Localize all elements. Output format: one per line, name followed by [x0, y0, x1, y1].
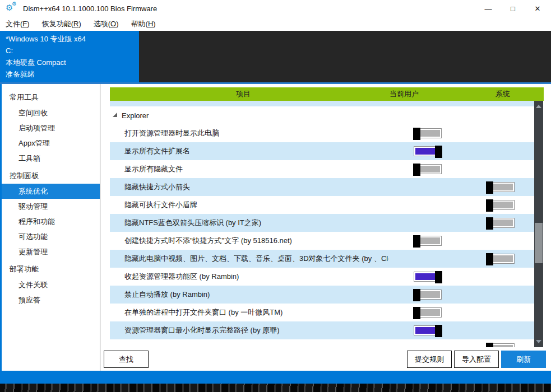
arrow-up-icon [536, 105, 541, 108]
menu-item-f[interactable]: 文件(F) [6, 19, 30, 29]
minimize-button[interactable]: — [484, 4, 493, 13]
setting-label: 隐藏NTFS蓝色双箭头压缩标识 (by IT之家) [110, 218, 388, 228]
system-cell [467, 182, 534, 192]
info-header: *Windows 10 专业版 x64 C: 本地硬盘 Compact 准备就绪 [0, 31, 551, 82]
settings-row[interactable]: 打开资源管理器时显示此电脑 [110, 124, 534, 142]
menubar: 文件(F)恢复功能(R)选项(O)帮助(H) [0, 17, 551, 31]
toggle-current-user-off[interactable] [414, 307, 442, 318]
sidebar-item[interactable]: 启动项管理 [2, 120, 100, 136]
group-label: Explorer [122, 111, 149, 120]
toggle-current-user-off[interactable] [414, 236, 442, 246]
info-drive-line: C: [6, 45, 139, 57]
current-user-cell [388, 128, 467, 138]
system-cell [467, 339, 534, 347]
toggle-current-user-on[interactable] [414, 272, 442, 282]
system-cell [467, 218, 534, 228]
setting-label: 隐藏此电脑中视频、图片、文档、下载、音乐、桌面、3D对象七个文件夹 (by 、C… [110, 254, 388, 264]
partial-row-bottom[interactable] [110, 339, 534, 347]
current-user-cell [388, 290, 467, 300]
toggle-system-off[interactable] [487, 254, 515, 264]
column-header-system: 系统 [496, 87, 510, 101]
toggle-current-user-off[interactable] [414, 128, 442, 138]
settings-row[interactable]: 隐藏此电脑中视频、图片、文档、下载、音乐、桌面、3D对象七个文件夹 (by 、C… [110, 250, 534, 268]
submit-rules-button[interactable]: 提交规则 [407, 351, 452, 368]
sidebar-item[interactable]: 空间回收 [2, 105, 100, 120]
info-os-line: *Windows 10 专业版 x64 [6, 33, 139, 45]
desktop-wallpaper [0, 384, 551, 392]
button-bar: 查找 提交规则 导入配置 刷新 [101, 351, 551, 368]
settings-row[interactable]: 隐藏快捷方式小箭头 [110, 178, 534, 196]
setting-label: 隐藏快捷方式小箭头 [110, 182, 388, 192]
settings-row[interactable]: 创建快捷方式时不添"快捷方式"文字 (by 518516.net) [110, 232, 534, 250]
toggle-system-off[interactable] [487, 200, 515, 210]
settings-row[interactable]: 显示所有文件扩展名 [110, 142, 534, 160]
close-button[interactable]: ✕ [533, 4, 542, 13]
sidebar-item[interactable]: 文件关联 [2, 277, 100, 292]
settings-row[interactable]: 隐藏可执行文件小盾牌 [110, 196, 534, 214]
info-status-line: 准备就绪 [6, 68, 139, 80]
titlebar: ⚙⚙ Dism++x64 10.1.1000.100 Bios Firmware… [0, 0, 551, 17]
current-user-cell [388, 307, 467, 318]
sidebar-item[interactable]: 预应答 [2, 292, 100, 307]
import-config-button[interactable]: 导入配置 [454, 351, 499, 368]
table-header: 项目 当前用户 系统 [110, 87, 544, 101]
sidebar-group-label: 控制面板 [2, 168, 100, 184]
content-area: 常用工具空间回收启动项管理Appx管理工具箱控制面板系统优化驱动管理程序和功能可… [0, 84, 551, 371]
scroll-down-button[interactable] [534, 337, 543, 346]
setting-label: 资源管理器窗口最小化时显示完整路径 (by 原罪) [110, 325, 388, 335]
sidebar: 常用工具空间回收启动项管理Appx管理工具箱控制面板系统优化驱动管理程序和功能可… [2, 84, 100, 371]
maximize-button[interactable]: □ [508, 4, 517, 13]
sidebar-item[interactable]: Appx管理 [2, 136, 100, 151]
sidebar-group-label: 常用工具 [2, 90, 100, 105]
system-cell [467, 200, 534, 210]
settings-row[interactable]: 显示所有隐藏文件 [110, 160, 534, 178]
find-button[interactable]: 查找 [104, 351, 149, 368]
toggle-current-user-on[interactable] [414, 146, 442, 156]
column-header-current-user: 当前用户 [390, 87, 419, 101]
settings-row[interactable]: 资源管理器窗口最小化时显示完整路径 (by 原罪) [110, 321, 534, 339]
column-header-item: 项目 [236, 87, 251, 101]
refresh-button[interactable]: 刷新 [501, 351, 546, 368]
sidebar-item[interactable]: 可选功能 [2, 229, 100, 244]
window-title: Dism++x64 10.1.1000.100 Bios Firmware [23, 4, 157, 13]
setting-label: 在单独的进程中打开文件夹窗口 (by 一叶微风TM) [110, 307, 388, 318]
settings-row[interactable]: 隐藏NTFS蓝色双箭头压缩标识 (by IT之家) [110, 214, 534, 232]
toggle-current-user-off[interactable] [414, 290, 442, 300]
setting-label: 创建快捷方式时不添"快捷方式"文字 (by 518516.net) [110, 236, 388, 246]
arrow-down-icon [536, 340, 541, 343]
toggle-current-user-on[interactable] [414, 325, 442, 335]
sidebar-group-label: 部署功能 [2, 262, 100, 277]
setting-label: 打开资源管理器时显示此电脑 [110, 128, 388, 138]
menu-item-r[interactable]: 恢复功能(R) [42, 19, 81, 29]
sidebar-item[interactable]: 工具箱 [2, 151, 100, 166]
menu-item-h[interactable]: 帮助(H) [131, 19, 156, 29]
sidebar-item[interactable]: 程序和功能 [2, 214, 100, 229]
sidebar-item[interactable]: 驱动管理 [2, 199, 100, 214]
current-user-cell [388, 272, 467, 282]
scrollbar-thumb[interactable] [535, 223, 543, 263]
settings-list: Explorer打开资源管理器时显示此电脑显示所有文件扩展名显示所有隐藏文件隐藏… [110, 101, 534, 347]
menu-item-o[interactable]: 选项(O) [94, 19, 119, 29]
scrollbar[interactable] [534, 101, 543, 347]
group-row-explorer[interactable]: Explorer [110, 106, 534, 124]
target-image-panel[interactable]: *Windows 10 专业版 x64 C: 本地硬盘 Compact 准备就绪 [0, 31, 139, 82]
current-user-cell [388, 146, 467, 156]
setting-label: 隐藏可执行文件小盾牌 [110, 200, 388, 210]
scroll-up-button[interactable] [534, 102, 543, 111]
toggle-system-off[interactable] [487, 343, 515, 347]
settings-row[interactable]: 在单独的进程中打开文件夹窗口 (by 一叶微风TM) [110, 304, 534, 321]
setting-label: 禁止自动播放 (by Rambin) [110, 290, 388, 300]
current-user-cell [388, 325, 467, 335]
info-header-empty-area [139, 31, 551, 82]
toggle-current-user-off[interactable] [414, 164, 442, 174]
toggle-system-off[interactable] [487, 182, 515, 192]
settings-row[interactable]: 禁止自动播放 (by Rambin) [110, 286, 534, 304]
sidebar-item[interactable]: 更新管理 [2, 244, 100, 259]
partial-row-top [110, 101, 534, 106]
expand-triangle-icon[interactable] [113, 113, 117, 117]
current-user-cell [388, 236, 467, 246]
settings-row[interactable]: 收起资源管理器功能区 (by Rambin) [110, 268, 534, 286]
sidebar-item-selected[interactable]: 系统优化 [2, 184, 100, 199]
toggle-system-off[interactable] [487, 218, 515, 228]
info-disk-line: 本地硬盘 Compact [6, 57, 139, 68]
